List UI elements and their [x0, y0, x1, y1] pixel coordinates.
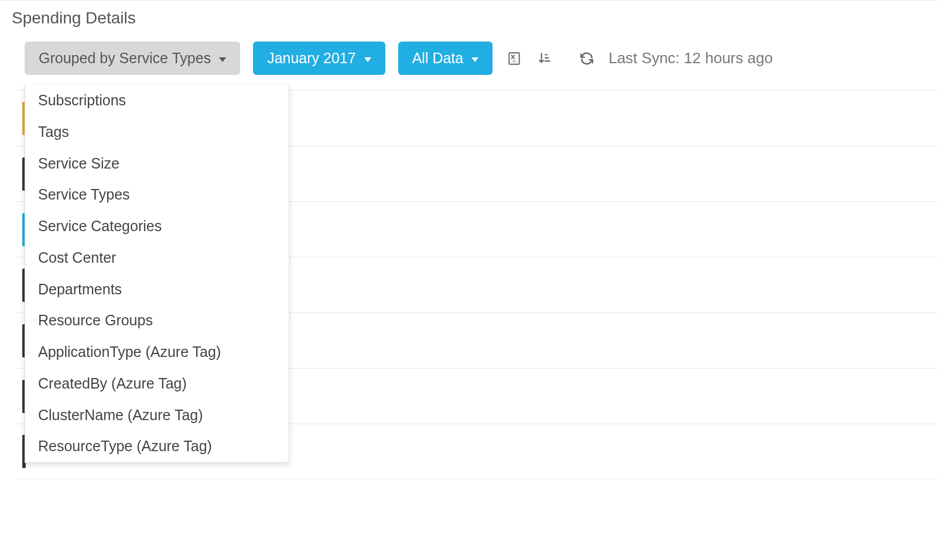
group-by-label: Grouped by Service Types: [39, 50, 211, 67]
group-by-option[interactable]: CreatedBy (Azure Tag): [25, 368, 289, 400]
last-sync-text: Last Sync: 12 hours ago: [608, 49, 772, 67]
export-xls-icon[interactable]: x: [505, 50, 523, 67]
group-by-option[interactable]: ResourceType (Azure Tag): [25, 431, 289, 462]
group-by-option[interactable]: ClusterName (Azure Tag): [25, 400, 289, 431]
sort-icon[interactable]: [536, 50, 553, 67]
period-label: January 2017: [267, 50, 356, 67]
group-by-option[interactable]: Subscriptions: [25, 85, 289, 116]
group-by-dropdown[interactable]: Grouped by Service Types: [25, 42, 240, 75]
toolbar: Grouped by Service Types January 2017 Al…: [0, 42, 937, 90]
chevron-down-icon: [364, 57, 371, 62]
group-by-option[interactable]: Service Types: [25, 179, 289, 211]
group-by-option[interactable]: Cost Center: [25, 242, 289, 274]
chevron-down-icon: [471, 57, 478, 62]
data-filter-dropdown[interactable]: All Data: [398, 42, 493, 75]
group-by-menu: SubscriptionsTagsService SizeService Typ…: [25, 85, 289, 463]
group-by-option[interactable]: Tags: [25, 116, 289, 148]
group-by-option[interactable]: Service Size: [25, 148, 289, 180]
group-by-option[interactable]: Departments: [25, 274, 289, 305]
page-title: Spending Details: [0, 0, 937, 42]
group-by-option[interactable]: Resource Groups: [25, 305, 289, 336]
group-by-option[interactable]: ApplicationType (Azure Tag): [25, 336, 289, 368]
period-dropdown[interactable]: January 2017: [253, 42, 385, 75]
chevron-down-icon: [219, 57, 226, 62]
refresh-icon[interactable]: [578, 50, 596, 67]
data-filter-label: All Data: [412, 50, 464, 67]
group-by-option[interactable]: Service Categories: [25, 211, 289, 242]
